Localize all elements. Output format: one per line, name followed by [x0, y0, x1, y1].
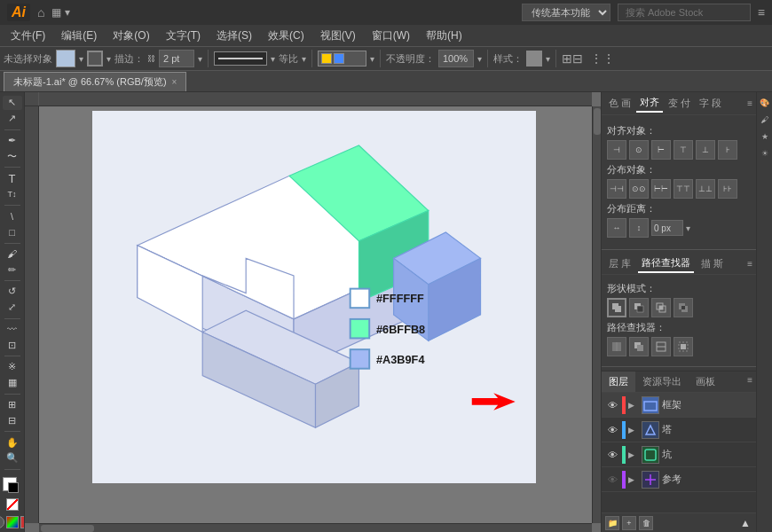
tool-free-transform[interactable]: ⊡: [3, 338, 22, 352]
pf-trim[interactable]: [629, 337, 649, 356]
panel-menu-btn[interactable]: ≡: [747, 98, 752, 108]
tab-color[interactable]: 色 画: [605, 95, 634, 112]
tab-transform[interactable]: 变 付: [665, 95, 694, 112]
shape-exclude[interactable]: [674, 298, 693, 317]
dist-unit-arrow[interactable]: ▾: [686, 223, 690, 233]
distrib-spacing-v[interactable]: ↕: [629, 218, 649, 238]
layer-expand-tower[interactable]: ▶: [628, 426, 639, 434]
menu-view[interactable]: 视图(V): [313, 27, 363, 45]
menu-effect[interactable]: 效果(C): [261, 27, 311, 45]
align-top[interactable]: ⊤: [674, 140, 693, 160]
distrib-bottom[interactable]: ⊦⊦: [718, 179, 737, 199]
shape-unite[interactable]: [607, 298, 626, 317]
vertical-scrollbar[interactable]: [592, 106, 601, 523]
pf-divide[interactable]: [607, 337, 626, 356]
tool-symbol-sprayer[interactable]: ※: [3, 360, 22, 374]
align-bottom[interactable]: ⊦: [718, 140, 737, 160]
tool-artboard[interactable]: ⊞: [3, 398, 22, 412]
tool-slice[interactable]: ⊟: [3, 413, 22, 427]
layer-item-pit[interactable]: 👁 ▶ 坑: [602, 442, 756, 467]
gradient-btn[interactable]: [6, 516, 19, 528]
right-icon-sun[interactable]: ☀: [758, 146, 772, 160]
fill-arrow[interactable]: ▾: [79, 54, 83, 64]
pf-tab-layers[interactable]: 层 库: [605, 255, 634, 272]
menu-edit[interactable]: 编辑(E): [54, 27, 104, 45]
home-icon[interactable]: ⌂: [37, 5, 44, 20]
menu-object[interactable]: 对象(O): [106, 27, 156, 45]
stroke-val-arrow[interactable]: ▾: [198, 54, 202, 64]
stroke-type-arrow2[interactable]: ▾: [302, 54, 306, 64]
layer-expand-frame[interactable]: ▶: [628, 401, 639, 410]
color-preview-box[interactable]: [318, 51, 366, 66]
menu-file[interactable]: 文件(F): [4, 27, 52, 45]
stock-search-input[interactable]: [618, 4, 751, 21]
distrib-center-h[interactable]: ⊙⊙: [629, 179, 649, 199]
menu-text[interactable]: 文字(T): [159, 27, 208, 45]
shape-minus-front[interactable]: [629, 298, 649, 317]
view-toggle[interactable]: ▦ ▾: [51, 6, 69, 19]
shape-intersect[interactable]: [651, 298, 671, 317]
doc-tab-close[interactable]: ×: [172, 77, 177, 87]
tab-align[interactable]: 对齐: [636, 94, 663, 113]
title-bar-menu[interactable]: ≡: [758, 5, 765, 20]
opacity-arrow[interactable]: ▾: [477, 54, 482, 64]
tool-hand[interactable]: ✋: [3, 435, 22, 450]
tool-line[interactable]: \: [3, 209, 22, 223]
tool-zoom[interactable]: 🔍: [3, 451, 22, 466]
new-layer-btn[interactable]: +: [622, 516, 636, 530]
tool-touch-type[interactable]: T↕: [3, 187, 22, 201]
distrib-spacing-h[interactable]: ↔: [607, 218, 626, 238]
dist-value-input[interactable]: [651, 220, 683, 236]
color-mode-btn[interactable]: [0, 516, 4, 528]
tool-selection[interactable]: ↖: [3, 96, 22, 110]
distribute-icons[interactable]: ⋮⋮: [590, 51, 615, 66]
chain-icon[interactable]: ⛓: [147, 54, 155, 63]
align-left[interactable]: ⊣: [607, 140, 626, 160]
tool-paintbrush[interactable]: 🖌: [3, 246, 22, 261]
layer-vis-tower[interactable]: 👁: [605, 423, 619, 437]
tool-type[interactable]: T: [3, 171, 22, 185]
style-swatch[interactable]: [526, 51, 542, 66]
stroke-value-input[interactable]: [159, 50, 194, 67]
pf-tab-pathfinder[interactable]: 路径查找器: [638, 254, 694, 273]
tool-rect[interactable]: □: [3, 225, 22, 239]
layer-vis-ref[interactable]: 👁: [605, 473, 619, 487]
layer-item-frame[interactable]: 👁 ▶ 框架: [602, 393, 756, 418]
tool-direct-selection[interactable]: ↗: [3, 112, 22, 126]
layer-vis-pit[interactable]: 👁: [605, 448, 619, 462]
hscroll-thumb[interactable]: [41, 525, 94, 532]
pf-panel-menu[interactable]: ≡: [747, 259, 752, 269]
align-icons[interactable]: ⊞⊟: [562, 51, 583, 66]
color-box-arrow[interactable]: ▾: [370, 54, 374, 64]
menu-help[interactable]: 帮助(H): [419, 27, 469, 45]
opacity-input[interactable]: [438, 50, 474, 67]
pf-merge[interactable]: [651, 337, 671, 356]
distrib-left[interactable]: ⊣⊣: [607, 179, 626, 199]
layers-tab-layers[interactable]: 图层: [602, 372, 635, 392]
make-sublayer-btn[interactable]: 📁: [605, 516, 619, 530]
tab-char[interactable]: 字 段: [696, 95, 725, 112]
right-icon-color[interactable]: 🎨: [758, 96, 772, 110]
none-swatch[interactable]: [6, 498, 19, 511]
layers-tab-assets[interactable]: 资源导出: [635, 372, 689, 392]
layers-scroll-up[interactable]: ▲: [738, 516, 752, 530]
layers-menu-btn[interactable]: ≡: [744, 372, 756, 392]
stroke-arrow[interactable]: ▾: [106, 54, 111, 64]
layer-vis-frame[interactable]: 👁: [605, 398, 619, 412]
horizontal-scrollbar[interactable]: [39, 523, 592, 532]
distrib-right[interactable]: ⊢⊢: [651, 179, 671, 199]
menu-window[interactable]: 窗口(W): [365, 27, 417, 45]
document-tab[interactable]: 未标题-1.ai* @ 66.67% (RGB/预览) ×: [4, 72, 186, 91]
align-right[interactable]: ⊢: [651, 140, 671, 160]
menu-select[interactable]: 选择(S): [209, 27, 259, 45]
right-icon-brush[interactable]: 🖌: [758, 113, 772, 127]
canvas-viewport[interactable]: #FFFFFF #6BFFB8 #A3B9F4: [39, 106, 592, 523]
pf-tab-desc[interactable]: 描 斯: [697, 255, 727, 272]
align-center-v[interactable]: ⊥: [696, 140, 715, 160]
layers-tab-artboards[interactable]: 画板: [689, 372, 722, 392]
vscroll-thumb[interactable]: [594, 108, 601, 135]
stroke-color-swatch[interactable]: [8, 482, 19, 493]
tool-pencil[interactable]: ✏: [3, 262, 22, 277]
pf-crop[interactable]: [674, 337, 693, 356]
fill-swatch[interactable]: [56, 50, 75, 67]
